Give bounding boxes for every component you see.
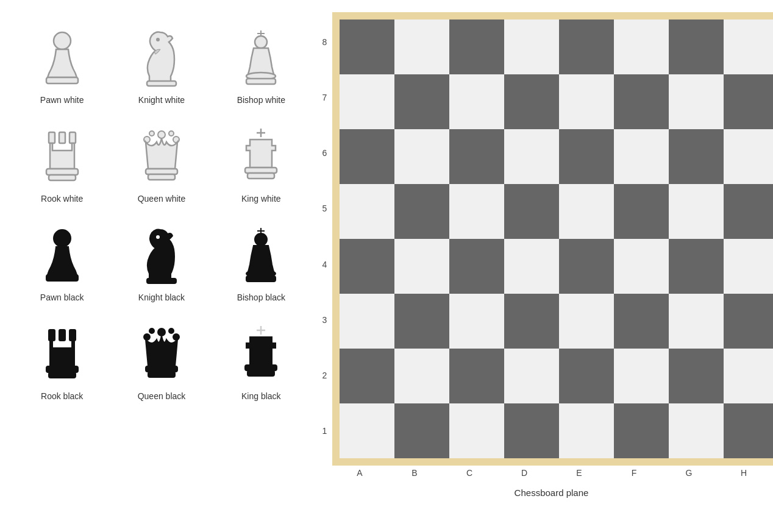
svg-rect-49 xyxy=(248,371,274,376)
board-cell xyxy=(724,129,773,184)
king-white-icon xyxy=(233,123,288,190)
board-cell xyxy=(504,239,559,294)
board-cell xyxy=(504,349,559,403)
piece-bishop-black[interactable]: Bishop black xyxy=(212,216,311,308)
board-cell xyxy=(449,184,504,239)
piece-pawn-white[interactable]: Pawn white xyxy=(12,18,112,111)
board-cell xyxy=(724,403,773,458)
rank-label-6: 6 xyxy=(317,126,332,181)
board-cell xyxy=(394,74,449,129)
svg-rect-34 xyxy=(49,330,55,341)
svg-point-18 xyxy=(169,131,174,136)
pawn-black-icon xyxy=(35,222,90,289)
board-cell xyxy=(559,129,614,184)
svg-point-17 xyxy=(149,131,154,136)
rook-black-label: Rook black xyxy=(41,391,83,401)
board-cell xyxy=(449,129,504,184)
board-cell xyxy=(504,74,559,129)
svg-rect-33 xyxy=(246,276,276,282)
board-cell xyxy=(394,349,449,403)
board-cell xyxy=(449,74,504,129)
board-cell xyxy=(614,239,669,294)
piece-rook-black[interactable]: Rook black xyxy=(12,314,112,407)
svg-rect-28 xyxy=(147,278,176,283)
queen-black-label: Queen black xyxy=(138,391,186,401)
svg-rect-19 xyxy=(146,169,177,174)
board-cell xyxy=(669,184,724,239)
rank-labels: 1 2 3 4 5 6 7 8 xyxy=(317,12,332,461)
king-white-label: King white xyxy=(241,194,281,204)
board-cell xyxy=(724,184,773,239)
board-cell xyxy=(449,403,504,458)
svg-rect-13 xyxy=(49,175,76,180)
board-cell xyxy=(504,184,559,239)
svg-point-43 xyxy=(169,328,174,333)
piece-queen-white[interactable]: Queen white xyxy=(112,117,211,210)
piece-king-white[interactable]: King white xyxy=(212,117,311,210)
queen-white-icon xyxy=(134,123,189,190)
file-labels: A B C D E F G H xyxy=(332,466,771,480)
svg-point-14 xyxy=(158,131,165,138)
svg-rect-35 xyxy=(59,330,65,341)
board-cell xyxy=(724,74,773,129)
svg-point-0 xyxy=(54,32,71,49)
king-black-icon xyxy=(233,321,288,388)
svg-point-40 xyxy=(144,334,150,340)
piece-pawn-black[interactable]: Pawn black xyxy=(12,216,112,308)
svg-rect-36 xyxy=(69,330,76,341)
board-cell xyxy=(340,129,394,184)
board-cell xyxy=(724,349,773,403)
bishop-white-icon xyxy=(233,24,288,91)
piece-bishop-white[interactable]: Bishop white xyxy=(212,18,311,111)
svg-rect-3 xyxy=(147,81,176,86)
board-cell xyxy=(669,239,724,294)
piece-king-black[interactable]: King black xyxy=(212,314,311,407)
queen-white-label: Queen white xyxy=(138,194,186,204)
board-cell xyxy=(449,20,504,74)
file-label-h: H xyxy=(716,468,771,478)
rank-label-8: 8 xyxy=(317,14,332,69)
board-cell xyxy=(340,239,394,294)
board-cell xyxy=(394,294,449,349)
board-cell xyxy=(614,129,669,184)
rank-label-3: 3 xyxy=(317,292,332,347)
svg-point-27 xyxy=(156,235,160,239)
board-cell xyxy=(449,349,504,403)
file-label-e: E xyxy=(552,468,607,478)
file-label-a: A xyxy=(332,468,387,478)
board-title: Chessboard plane xyxy=(515,488,589,498)
board-cell xyxy=(340,74,394,129)
board-cell xyxy=(394,239,449,294)
knight-white-label: Knight white xyxy=(138,95,185,105)
board-cell xyxy=(504,20,559,74)
svg-rect-8 xyxy=(246,79,276,84)
pieces-panel: Pawn white Knight white Bishop whi xyxy=(12,12,311,413)
svg-rect-37 xyxy=(46,366,78,372)
piece-rook-white[interactable]: Rook white xyxy=(12,117,112,210)
rook-black-icon xyxy=(35,321,90,388)
svg-rect-48 xyxy=(245,365,277,371)
file-label-g: G xyxy=(661,468,716,478)
piece-knight-white[interactable]: Knight white xyxy=(112,18,211,111)
board-cell xyxy=(669,294,724,349)
svg-rect-11 xyxy=(69,132,76,143)
rank-label-2: 2 xyxy=(317,348,332,403)
svg-point-6 xyxy=(255,36,267,48)
file-label-f: F xyxy=(607,468,661,478)
svg-rect-44 xyxy=(146,366,177,372)
piece-knight-black[interactable]: Knight black xyxy=(112,216,211,308)
svg-point-15 xyxy=(144,137,150,143)
board-cell xyxy=(559,20,614,74)
svg-rect-26 xyxy=(46,275,78,281)
pawn-black-label: Pawn black xyxy=(40,293,84,302)
board-wrapper xyxy=(332,12,773,466)
board-cell xyxy=(394,403,449,458)
board-cell xyxy=(394,184,449,239)
board-cell xyxy=(340,403,394,458)
piece-queen-black[interactable]: Queen black xyxy=(112,314,211,407)
board-cell xyxy=(724,239,773,294)
svg-rect-23 xyxy=(245,168,277,173)
svg-point-42 xyxy=(149,328,154,333)
board-cell xyxy=(669,20,724,74)
bishop-black-label: Bishop black xyxy=(237,293,285,302)
